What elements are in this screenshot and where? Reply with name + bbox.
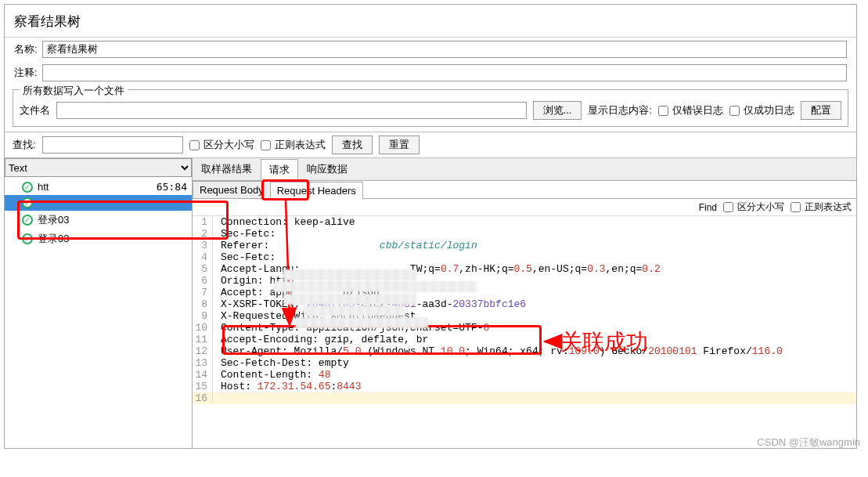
header-line: 8X-XSRF-TOKEN: 28487703-c1c2-4881-aa3d-2… [193,298,856,310]
fieldset-legend: 所有数据写入一个文件 [20,85,128,96]
showlog-label: 显示日志内容: [588,103,652,117]
tree-item[interactable]: ✓htt65:84 [5,179,192,195]
header-line: 13Sec-Fetch-Dest: empty [193,357,856,369]
header-line: 1Connection: keep-alive [193,216,856,228]
watermark: CSDN @汪敏wangmin [757,435,860,450]
main-tabs: 取样器结果请求响应数据 [193,158,856,181]
name-label: 名称: [14,42,38,56]
request-headers-view[interactable]: 1Connection: keep-alive2Sec-Fetc: 3Refer… [193,216,856,448]
tab-request[interactable]: 请求 [261,159,298,181]
comment-input[interactable] [42,64,847,81]
tab-response[interactable]: 响应数据 [298,158,356,180]
browse-button[interactable]: 浏览... [533,101,582,120]
tree-item[interactable]: ✓登录03 [5,229,192,248]
header-line: 4Sec-Fetc: [193,251,856,263]
tree-item-label: 登录03 [38,232,69,246]
header-line: 2Sec-Fetc: [193,228,856,240]
header-line: 5Accept-Langu: TW;q=0.7,zh-HK;q=0.5,en-U… [193,263,856,275]
search-case-checkbox[interactable]: 区分大小写 [189,138,254,152]
tree-item[interactable]: ✓ [5,195,192,211]
renderer-select[interactable]: Text [5,158,192,177]
results-tree-panel: 察看结果树 名称: 注释: 所有数据写入一个文件 文件名 浏览... 显示日志内… [4,4,857,449]
find-case-checkbox[interactable]: 区分大小写 [723,201,784,214]
header-line: 9X-Requested-With: XMLHttpRequest [193,310,856,322]
header-line: 15Host: 172.31.54.65:8443 [193,381,856,392]
tree-item[interactable]: ✓登录03 [5,211,192,229]
success-only-checkbox[interactable]: 仅成功日志 [729,103,794,117]
tree-item-label: 登录03 [38,213,69,227]
header-line: 11Accept-Encoding: gzip, deflate, br [193,334,856,345]
tree-item-label: htt [38,181,49,193]
find-bar: Find 区分大小写 正则表达式 [193,199,856,216]
configure-button[interactable]: 配置 [801,101,841,120]
write-results-fieldset: 所有数据写入一个文件 文件名 浏览... 显示日志内容: 仅错误日志 仅成功日志… [13,89,848,127]
search-label: 查找: [13,138,36,152]
success-icon: ✓ [22,197,33,208]
success-icon: ✓ [22,233,33,244]
search-regex-checkbox[interactable]: 正则表达式 [261,138,326,152]
name-input[interactable] [42,41,847,58]
sub-tabs: Request BodyRequest Headers [193,181,856,199]
header-line: 3Referer: cbb/static/login [193,240,856,251]
errors-only-checkbox[interactable]: 仅错误日志 [658,103,723,117]
find-label: Find [699,202,717,213]
header-line: 12User-Agent: Mozilla/5.0 (Windows NT 10… [193,345,856,357]
header-line: 16 [193,392,856,404]
header-line: 7Accept: appl n/json [193,287,856,298]
find-regex-checkbox[interactable]: 正则表达式 [791,201,852,214]
search-bar: 查找: 区分大小写 正则表达式 查找 重置 [5,132,856,158]
header-line: 14Content-Length: 48 [193,369,856,381]
subtab-request-headers[interactable]: Request Headers [270,182,363,199]
search-input[interactable] [42,136,183,154]
header-line: 6Origin: http [193,275,856,287]
subtab-request-body[interactable]: Request Body [193,181,271,198]
comment-label: 注释: [14,66,38,80]
header-line: 10Content-Type: application/json;charset… [193,322,856,334]
reset-button[interactable]: 重置 [379,136,420,154]
tab-sampler[interactable]: 取样器结果 [193,158,261,180]
filename-input[interactable] [56,102,527,119]
filename-label: 文件名 [20,103,50,117]
search-button[interactable]: 查找 [332,136,373,154]
results-tree[interactable]: ✓htt65:84✓✓登录03✓登录03 [5,177,192,448]
success-icon: ✓ [22,215,33,226]
success-icon: ✓ [22,182,33,193]
panel-title: 察看结果树 [5,5,856,38]
